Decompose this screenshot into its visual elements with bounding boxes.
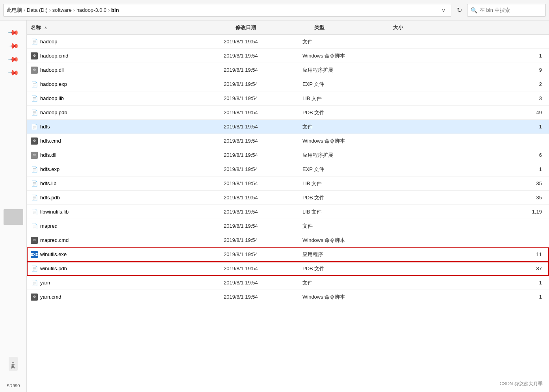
file-name: 📄 libwinutils.lib bbox=[31, 208, 224, 216]
pin-icon-1[interactable]: 📌 bbox=[7, 26, 19, 39]
file-row[interactable]: 📄 hadoop.exp 2019/8/1 19:54 EXP 文件 2 bbox=[27, 77, 549, 91]
cmd-icon: ⚙ bbox=[31, 137, 38, 145]
file-name: 📄 hadoop.pdb bbox=[31, 109, 224, 116]
file-date: 2019/8/1 19:54 bbox=[224, 180, 302, 186]
file-size: 6 bbox=[381, 152, 545, 158]
file-icon: 📄 bbox=[31, 38, 38, 45]
address-bar: 此电脑 › Data (D:) › software › hadoop-3.0.… bbox=[0, 0, 549, 20]
breadcrumb-bin[interactable]: bin bbox=[111, 7, 119, 13]
search-icon: 🔍 bbox=[471, 7, 477, 13]
breadcrumb[interactable]: 此电脑 › Data (D:) › software › hadoop-3.0.… bbox=[3, 4, 451, 17]
file-size: 1,19 bbox=[381, 209, 545, 215]
file-row[interactable]: 📄 hdfs 2019/8/1 19:54 文件 1 bbox=[27, 120, 549, 134]
file-type: 应用程序扩展 bbox=[302, 67, 381, 74]
file-size: 11 bbox=[381, 251, 545, 257]
file-row[interactable]: EXE winutils.exe 2019/8/1 19:54 应用程序 11 bbox=[27, 247, 549, 262]
file-date: 2019/8/1 19:54 bbox=[224, 266, 302, 271]
breadcrumb-data-d[interactable]: Data (D:) bbox=[27, 7, 48, 13]
file-size: 1 bbox=[381, 280, 545, 286]
file-name: ⚙ hadoop.cmd bbox=[31, 52, 224, 59]
breadcrumb-sep-4: › bbox=[108, 7, 110, 13]
breadcrumb-dropdown-icon[interactable]: ∨ bbox=[439, 6, 448, 14]
file-row[interactable]: ⚙ hdfs.dll 2019/8/1 19:54 应用程序扩展 6 bbox=[27, 148, 549, 162]
file-size: 1 bbox=[381, 294, 545, 300]
file-icon: 📄 bbox=[31, 279, 38, 286]
file-type: EXP 文件 bbox=[302, 166, 381, 173]
search-input[interactable] bbox=[480, 7, 535, 13]
file-row[interactable]: 📄 libwinutils.lib 2019/8/1 19:54 LIB 文件 … bbox=[27, 205, 549, 219]
col-header-date[interactable]: 修改日期 bbox=[236, 24, 314, 31]
file-name: 📄 hdfs.pdb bbox=[31, 194, 224, 201]
file-row[interactable]: ⚙ hadoop.cmd 2019/8/1 19:54 Windows 命令脚本… bbox=[27, 49, 549, 63]
file-type: PDB 文件 bbox=[302, 265, 381, 272]
breadcrumb-sep-2: › bbox=[49, 7, 51, 13]
breadcrumb-software[interactable]: software bbox=[52, 7, 72, 13]
file-date: 2019/8/1 19:54 bbox=[224, 124, 302, 130]
file-list-area[interactable]: 名称 ∧ 修改日期 类型 大小 📄 hadoop 2019/8/1 19:54 … bbox=[27, 20, 549, 392]
file-date: 2019/8/1 19:54 bbox=[224, 138, 302, 144]
col-header-type[interactable]: 类型 bbox=[314, 24, 393, 31]
file-icon: 📄 bbox=[31, 223, 38, 230]
dll-icon: ⚙ bbox=[31, 67, 38, 74]
file-row[interactable]: 📄 mapred 2019/8/1 19:54 文件 bbox=[27, 219, 549, 233]
file-size: 1 bbox=[381, 124, 545, 130]
file-row[interactable]: 📄 yarn 2019/8/1 19:54 文件 1 bbox=[27, 276, 549, 290]
col-header-size[interactable]: 大小 bbox=[393, 24, 545, 31]
file-icon: 📄 bbox=[31, 180, 38, 187]
cmd-icon: ⚙ bbox=[31, 52, 38, 59]
main-area: 📌 📌 📌 📌 工具 og SR990 名称 ∧ 修改日期 类型 大小 bbox=[0, 20, 549, 392]
file-date: 2019/8/1 19:54 bbox=[224, 81, 302, 87]
file-name: 📄 hdfs bbox=[31, 123, 224, 130]
file-type: PDB 文件 bbox=[302, 109, 381, 116]
file-icon: 📄 bbox=[31, 208, 38, 216]
file-type: Windows 命令脚本 bbox=[302, 137, 381, 145]
file-date: 2019/8/1 19:54 bbox=[224, 195, 302, 201]
col-header-name[interactable]: 名称 ∧ bbox=[31, 24, 236, 31]
file-date: 2019/8/1 19:54 bbox=[224, 166, 302, 172]
sidebar-sr990: SR990 bbox=[7, 383, 20, 388]
cmd-icon: ⚙ bbox=[31, 237, 38, 244]
search-box[interactable]: 🔍 bbox=[467, 4, 546, 17]
file-row[interactable]: 📄 hdfs.lib 2019/8/1 19:54 LIB 文件 35 bbox=[27, 176, 549, 191]
breadcrumb-sep-3: › bbox=[73, 7, 75, 13]
file-type: 文件 bbox=[302, 223, 381, 230]
file-name: 📄 hdfs.lib bbox=[31, 180, 224, 187]
file-row[interactable]: 📄 hadoop.lib 2019/8/1 19:54 LIB 文件 3 bbox=[27, 91, 549, 106]
file-size: 87 bbox=[381, 266, 545, 271]
pin-icon-4[interactable]: 📌 bbox=[7, 67, 19, 79]
file-date: 2019/8/1 19:54 bbox=[224, 237, 302, 243]
pin-icon-3[interactable]: 📌 bbox=[7, 53, 19, 65]
file-name: 📄 hadoop.lib bbox=[31, 95, 224, 102]
file-icon: 📄 bbox=[31, 95, 38, 102]
file-size: 3 bbox=[381, 95, 545, 101]
file-date: 2019/8/1 19:54 bbox=[224, 223, 302, 229]
file-row[interactable]: 📄 hdfs.pdb 2019/8/1 19:54 PDB 文件 35 bbox=[27, 191, 549, 205]
file-row[interactable]: ⚙ hdfs.cmd 2019/8/1 19:54 Windows 命令脚本 bbox=[27, 134, 549, 148]
file-row[interactable]: 📄 winutils.pdb 2019/8/1 19:54 PDB 文件 87 bbox=[27, 262, 549, 276]
file-icon: 📄 bbox=[31, 265, 38, 272]
cmd-icon: ⚙ bbox=[31, 294, 38, 301]
breadcrumb-this-pc[interactable]: 此电脑 bbox=[7, 7, 22, 14]
file-row[interactable]: ⚙ mapred.cmd 2019/8/1 19:54 Windows 命令脚本 bbox=[27, 233, 549, 247]
breadcrumb-sep-1: › bbox=[24, 7, 25, 13]
file-row[interactable]: 📄 hadoop 2019/8/1 19:54 文件 bbox=[27, 35, 549, 49]
file-type: LIB 文件 bbox=[302, 95, 381, 102]
file-name: 📄 hadoop.exp bbox=[31, 81, 224, 88]
file-type: LIB 文件 bbox=[302, 180, 381, 187]
file-row[interactable]: ⚙ hadoop.dll 2019/8/1 19:54 应用程序扩展 9 bbox=[27, 63, 549, 77]
file-name: ⚙ hdfs.dll bbox=[31, 152, 224, 159]
file-name: EXE winutils.exe bbox=[31, 251, 224, 258]
file-date: 2019/8/1 19:54 bbox=[224, 95, 302, 101]
file-row[interactable]: ⚙ yarn.cmd 2019/8/1 19:54 Windows 命令脚本 1 bbox=[27, 290, 549, 304]
file-type: Windows 命令脚本 bbox=[302, 294, 381, 301]
file-name: ⚙ hadoop.dll bbox=[31, 67, 224, 74]
file-name: ⚙ hdfs.cmd bbox=[31, 137, 224, 145]
file-size: 35 bbox=[381, 180, 545, 186]
breadcrumb-hadoop[interactable]: hadoop-3.0.0 bbox=[76, 7, 107, 13]
file-row[interactable]: 📄 hadoop.pdb 2019/8/1 19:54 PDB 文件 49 bbox=[27, 106, 549, 120]
refresh-button[interactable]: ↻ bbox=[453, 4, 466, 17]
file-row[interactable]: 📄 hdfs.exp 2019/8/1 19:54 EXP 文件 1 bbox=[27, 162, 549, 176]
pin-icon-2[interactable]: 📌 bbox=[7, 40, 19, 52]
file-name: ⚙ mapred.cmd bbox=[31, 237, 224, 244]
file-date: 2019/8/1 19:54 bbox=[224, 39, 302, 45]
